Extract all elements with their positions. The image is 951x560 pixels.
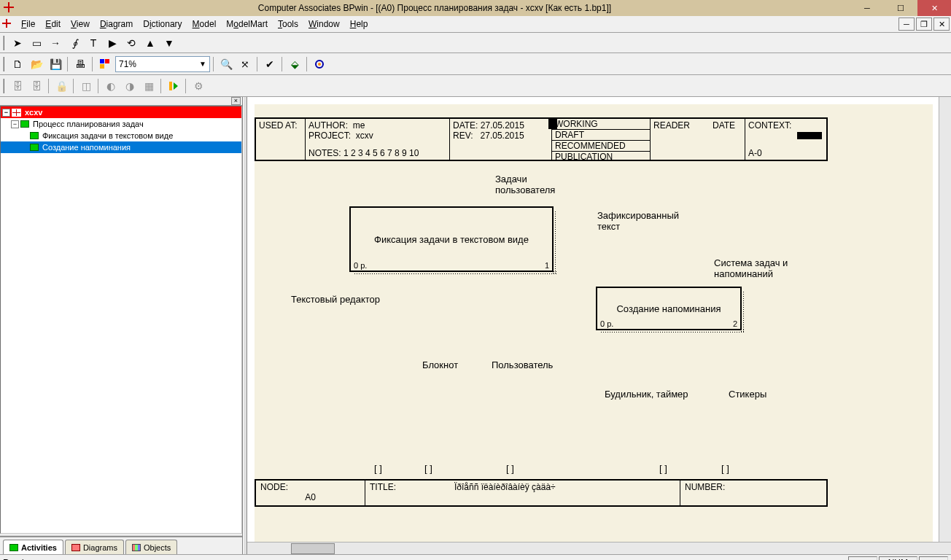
report-icon[interactable]: [311, 56, 328, 72]
menu-tools[interactable]: Tools: [273, 18, 303, 31]
tunnel-tool-icon[interactable]: ∮: [66, 35, 83, 51]
diagram-footer: NODE: A0 TITLE: Ïðîåññ ïëàíèðîâàíèÿ çàäà…: [255, 479, 828, 507]
tunnel-brace: [ ]: [374, 463, 382, 474]
menu-view[interactable]: View: [66, 18, 95, 31]
mdi-minimize-button[interactable]: ─: [898, 18, 915, 31]
open-icon[interactable]: 📂: [28, 56, 45, 72]
activity-icon: [30, 132, 39, 139]
tunnel-brace: [ ]: [659, 463, 667, 474]
header-dates: DATE: 27.05.2015 REV: 27.05.2015: [450, 119, 552, 160]
label-bud: Будильник, таймер: [605, 389, 688, 400]
toolbar-standard: 🗋 📂 💾 🖶 71%▼ 🔍 ⤧ ✔ ⬙: [0, 53, 951, 75]
spellcheck-icon[interactable]: ✔: [261, 56, 279, 72]
svg-rect-3: [6, 19, 7, 28]
mm-a-icon: ◐: [102, 78, 120, 94]
svg-rect-9: [169, 82, 172, 90]
tab-objects[interactable]: Objects: [125, 540, 177, 554]
mdi-restore-button[interactable]: ❐: [916, 18, 932, 31]
titlebar: Computer Associates BPwin - [(A0) Процес…: [0, 0, 951, 16]
menu-dictionary[interactable]: Dictionary: [138, 18, 187, 31]
activity-box-2[interactable]: Создание напоминания 0 р. 2: [596, 287, 742, 330]
label-user: Пользователь: [492, 359, 553, 370]
status-cell: [848, 556, 877, 561]
tunnel-brace: [ ]: [506, 463, 514, 474]
menu-modelmart[interactable]: ModelMart: [221, 18, 273, 31]
save-icon[interactable]: 💾: [47, 56, 64, 72]
pointer-tool-icon[interactable]: ➤: [9, 35, 26, 51]
diagram-page: USED AT: AUTHOR: me PROJECT: xcxv NOTES:…: [255, 104, 933, 542]
label-text: Зафиксированный текст: [597, 210, 679, 232]
go-tool-icon[interactable]: ▶: [104, 35, 121, 51]
zoom-fit-icon[interactable]: ⤧: [236, 56, 254, 72]
tree-item-selected[interactable]: Создание напоминания: [1, 141, 241, 153]
header-reader: READERDATE: [651, 119, 745, 160]
maximize-button[interactable]: ☐: [884, 0, 917, 16]
panel-close-icon[interactable]: ×: [231, 97, 241, 105]
collapse-icon[interactable]: −: [2, 109, 10, 117]
zoom-select[interactable]: 71%▼: [115, 56, 210, 72]
box-tool-icon[interactable]: ▭: [28, 35, 45, 51]
vertical-scrollbar[interactable]: [939, 97, 951, 542]
close-button[interactable]: ✕: [917, 0, 951, 16]
menu-window[interactable]: Window: [303, 18, 345, 31]
svg-rect-5: [105, 59, 109, 63]
svg-rect-6: [100, 64, 104, 69]
label-stick: Стикеры: [729, 389, 766, 400]
mm-b-icon: ◑: [121, 78, 139, 94]
tree-root[interactable]: − xcxv: [1, 106, 241, 118]
activity-icon: [30, 144, 39, 151]
zoom-icon[interactable]: 🔍: [217, 56, 235, 72]
arrow-tool-icon[interactable]: →: [47, 35, 64, 51]
label-blok: Блокнот: [422, 359, 458, 370]
header-status: WORKING DRAFT RECOMMENDED PUBLICATION: [552, 119, 651, 160]
menu-edit[interactable]: Edit: [40, 18, 66, 31]
mdi-close-button[interactable]: ✕: [933, 18, 950, 31]
activity-box-1[interactable]: Фиксация задачи в текстовом виде 0 р. 1: [349, 206, 554, 272]
status-num: NUM: [879, 556, 917, 561]
tab-activities[interactable]: Activities: [3, 540, 63, 554]
mm-play-icon[interactable]: [165, 78, 182, 94]
tab-diagrams[interactable]: Diagrams: [65, 540, 124, 554]
status-ready: Ready: [3, 558, 28, 561]
tree-item[interactable]: − Процесс планирования задач: [1, 118, 241, 130]
mm-open-icon: 🗄: [28, 78, 45, 94]
svg-marker-10: [174, 82, 178, 90]
model-explorer-icon[interactable]: [96, 56, 114, 72]
svg-rect-1: [8, 2, 9, 12]
down-tool-icon[interactable]: ▼: [160, 35, 178, 51]
undo-rotate-icon[interactable]: ⟲: [123, 35, 140, 51]
svg-rect-13: [16, 109, 17, 116]
diagram-canvas[interactable]: USED AT: AUTHOR: me PROJECT: xcxv NOTES:…: [247, 97, 951, 542]
menu-model[interactable]: Model: [187, 18, 222, 31]
hierarchy-icon[interactable]: ⬙: [286, 56, 303, 72]
menu-diagram[interactable]: Diagram: [95, 18, 138, 31]
mm-lock-icon: 🔒: [53, 78, 70, 94]
header-used-at: USED AT:: [256, 119, 306, 160]
workspace: × − xcxv − Процесс планирования задач Фи…: [0, 97, 951, 554]
activity-icon: [20, 120, 29, 128]
menu-file[interactable]: File: [16, 18, 40, 31]
label-tred: Текстовый редактор: [291, 294, 380, 305]
tree-item[interactable]: Фиксация задачи в текстовом виде: [1, 130, 241, 141]
label-out: Система задач и напоминаний: [714, 257, 788, 279]
model-icon: [12, 109, 21, 117]
collapse-icon[interactable]: −: [11, 120, 19, 128]
header-context: CONTEXT: A-0: [745, 119, 826, 160]
up-tool-icon[interactable]: ▲: [141, 35, 159, 51]
print-icon[interactable]: 🖶: [71, 56, 89, 72]
mm-gear-icon: ⚙: [190, 78, 207, 94]
header-author-project: AUTHOR: me PROJECT: xcxv NOTES: 1 2 3 4 …: [306, 119, 450, 160]
status-cell: [919, 556, 948, 561]
model-explorer-panel: × − xcxv − Процесс планирования задач Фи…: [0, 97, 243, 554]
tree[interactable]: − xcxv − Процесс планирования задач Фикс…: [0, 106, 242, 534]
menubar: File Edit View Diagram Dictionary Model …: [0, 16, 951, 33]
label-top: Задачи пользователя: [495, 174, 555, 195]
new-icon[interactable]: 🗋: [9, 56, 26, 72]
horizontal-scrollbar[interactable]: [247, 542, 951, 554]
text-tool-icon[interactable]: T: [85, 35, 102, 51]
minimize-button[interactable]: ─: [850, 0, 884, 16]
panel-header: ×: [0, 97, 242, 106]
menu-help[interactable]: Help: [345, 18, 373, 31]
tunnel-brace: [ ]: [721, 463, 729, 474]
window-title: Computer Associates BPwin - [(A0) Процес…: [19, 3, 850, 13]
